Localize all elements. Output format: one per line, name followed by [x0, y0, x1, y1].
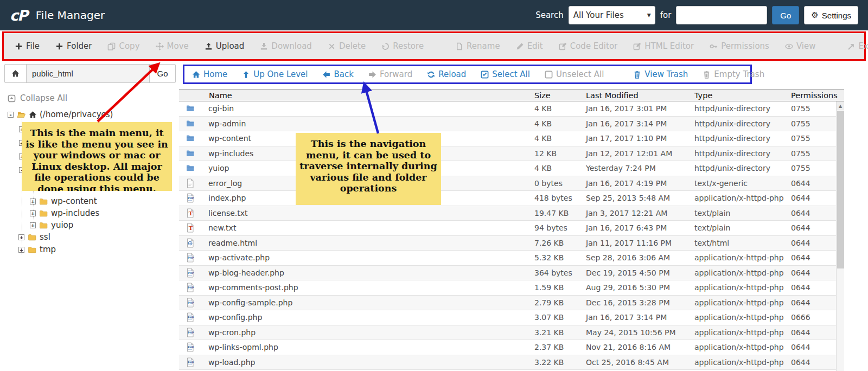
table-row-wp-load-php[interactable]: PHPwp-load.php3.22 KBOct 25, 2016 8:45 A… — [179, 355, 844, 370]
tree-item-label: wp-includes — [51, 208, 99, 218]
cell-last-modified: May 24, 2015 10:56 PM — [586, 328, 694, 337]
header-search-area: Search All Your Files ▼ for Go ⚙ Setting… — [535, 6, 858, 24]
cell-name: PHPwp-config.php — [179, 312, 534, 322]
rename-icon — [455, 42, 463, 50]
toolbar-item-label: Extract — [859, 41, 868, 51]
tree-item-ssl[interactable]: +ssl — [18, 232, 50, 242]
cell-type: text/x-generic — [694, 179, 791, 188]
trash-icon — [703, 71, 711, 79]
table-row-license-txt[interactable]: Tlicense.txt19.47 KBJan 3, 2017 12:21 AM… — [179, 206, 844, 221]
file-name: wp-admin — [208, 119, 246, 128]
tree-expand-toggle[interactable]: + — [30, 222, 36, 228]
toolbar-item-upload[interactable]: Upload — [205, 41, 245, 51]
toolbar-item-move: Move — [156, 41, 189, 51]
table-row-wp-activate-php[interactable]: PHPwp-activate.php5.32 KBSep 28, 2016 3:… — [179, 251, 844, 266]
table-row-readme-html[interactable]: readme.html7.26 KBJan 11, 2017 11:16 PMt… — [179, 236, 844, 251]
scrollbar-up-icon[interactable]: ▲ — [837, 101, 844, 110]
toolbar-item-label: Copy — [119, 41, 139, 51]
table-row-wp-admin[interactable]: wp-admin4 KBJan 16, 2017 3:14 PMhttpd/un… — [179, 117, 844, 132]
tree-expand-toggle[interactable]: + — [30, 210, 36, 216]
app-header: cP File Manager Search All Your Files ▼ … — [0, 0, 868, 30]
search-go-button[interactable]: Go — [772, 6, 799, 24]
nav-item-home[interactable]: Home — [192, 69, 227, 79]
cell-permissions: 0644 — [791, 343, 835, 351]
table-row-wp-comments-post-php[interactable]: PHPwp-comments-post.php1.59 KBAug 29, 20… — [179, 280, 844, 296]
nav-item-label: Select All — [492, 69, 530, 79]
nav-item-view-trash[interactable]: View Trash — [633, 69, 688, 79]
tree-item-yuiop[interactable]: +yuiop — [30, 220, 73, 230]
svg-text:PHP: PHP — [188, 316, 194, 319]
nav-item-back[interactable]: Back — [322, 69, 353, 79]
cell-size: 3.21 KB — [534, 328, 586, 337]
tree-root-home[interactable]: -(/home/privacycs) — [8, 110, 113, 119]
cell-type: text/plain — [694, 209, 791, 218]
reload-icon — [427, 71, 435, 79]
column-header-type[interactable]: Type — [694, 91, 791, 100]
tree-expand-toggle[interactable]: + — [30, 199, 36, 204]
column-header-permissions[interactable]: Permissions — [791, 91, 835, 100]
tree-item-tmp[interactable]: +tmp — [18, 245, 56, 254]
table-row-wp-includes[interactable]: wp-includes12 KBJan 12, 2017 12:01 AMhtt… — [179, 146, 844, 162]
cell-permissions: 0644 — [791, 209, 835, 218]
tree-expand-toggle[interactable]: + — [18, 247, 24, 253]
cell-name: Tnew.txt — [179, 223, 534, 233]
table-row-wp-links-opml-php[interactable]: PHPwp-links-opml.php2.37 KBNov 21, 2016 … — [179, 340, 844, 355]
cell-size: 2.37 KB — [534, 343, 586, 351]
search-scope-select[interactable]: All Your Files ▼ — [569, 6, 655, 24]
table-row-index-php[interactable]: PHPindex.php418 bytesSep 25, 2013 5:48 A… — [179, 191, 844, 206]
navigation-menu: HomeUp One LevelBackForwardReloadSelect … — [183, 65, 752, 84]
nav-item-up-one-level[interactable]: Up One Level — [242, 69, 308, 79]
cell-type: application/x-httpd-php — [694, 313, 791, 322]
table-row-wp-config-php[interactable]: PHPwp-config.php3.07 KBJan 16, 2017 3:14… — [179, 310, 844, 325]
toolbar-item-permissions: Permissions — [710, 41, 769, 51]
cell-type: application/x-httpd-php — [694, 328, 791, 337]
nav-item-forward: Forward — [368, 69, 412, 79]
scrollbar-thumb[interactable] — [837, 111, 844, 268]
tree-expand-toggle[interactable]: + — [18, 234, 24, 240]
path-input[interactable] — [26, 64, 150, 83]
column-header-size[interactable]: Size — [534, 91, 586, 100]
tree-item-wp-content[interactable]: +wp-content — [30, 196, 97, 206]
path-home-button[interactable] — [4, 64, 26, 83]
file-name: wp-comments-post.php — [208, 283, 298, 292]
cell-permissions: 0644 — [791, 283, 835, 292]
nav-item-reload[interactable]: Reload — [427, 69, 466, 79]
table-row-error-log[interactable]: error_log0 bytesJan 16, 2017 4:19 PMtext… — [179, 176, 844, 191]
collapse-all-button[interactable]: Collapse All — [8, 93, 67, 103]
svg-text:PHP: PHP — [188, 256, 194, 259]
txt-icon: T — [186, 223, 195, 233]
search-input[interactable] — [676, 6, 767, 24]
forward-arrow-icon — [368, 71, 376, 79]
nav-menu-note: This is the navigation menu, it can be u… — [296, 133, 441, 205]
path-go-button[interactable]: Go — [150, 64, 176, 83]
table-row-wp-blog-header-php[interactable]: PHPwp-blog-header.php364 bytesDec 19, 20… — [179, 266, 844, 281]
cell-last-modified: Jan 16, 2017 4:19 PM — [586, 179, 694, 188]
toolbar-item-file[interactable]: File — [15, 41, 40, 51]
table-scrollbar[interactable]: ▲ — [836, 101, 844, 371]
cell-permissions: 0755 — [791, 164, 835, 172]
cell-size: 94 bytes — [534, 223, 586, 232]
nav-item-select-all[interactable]: Select All — [481, 69, 530, 79]
cell-name: PHPwp-blog-header.php — [179, 268, 534, 278]
folder-yellow-icon — [39, 209, 48, 218]
gear-icon: ⚙ — [811, 10, 818, 20]
table-row-wp-cron-php[interactable]: PHPwp-cron.php3.21 KBMay 24, 2015 10:56 … — [179, 325, 844, 341]
table-row-yuiop[interactable]: yuiop4 KBYesterday 7:24 PMhttpd/unix-dir… — [179, 161, 844, 176]
cell-type: application/x-httpd-php — [694, 253, 791, 262]
table-row-wp-config-sample-php[interactable]: PHPwp-config-sample.php2.79 KBDec 16, 20… — [179, 296, 844, 311]
cell-permissions: 0755 — [791, 134, 835, 143]
column-header-name[interactable]: Name — [179, 91, 534, 100]
file-name: wp-config.php — [208, 313, 262, 322]
tree-collapse-toggle[interactable]: - — [8, 112, 14, 118]
toolbar-item-folder[interactable]: Folder — [55, 41, 92, 51]
tree-item-wp-includes[interactable]: +wp-includes — [30, 208, 99, 218]
toolbar-item-label: Restore — [393, 41, 424, 51]
home-icon — [192, 71, 200, 79]
file-name: wp-includes — [208, 149, 253, 158]
table-row-wp-content[interactable]: wp-content4 KBJan 17, 2017 1:10 PMhttpd/… — [179, 131, 844, 146]
svg-text:PHP: PHP — [188, 346, 194, 349]
settings-button[interactable]: ⚙ Settings — [804, 6, 858, 24]
column-header-last-modified[interactable]: Last Modified — [586, 91, 694, 100]
table-row-new-txt[interactable]: Tnew.txt94 bytesJan 16, 2017 6:43 PMtext… — [179, 221, 844, 236]
table-row-cgi-bin[interactable]: cgi-bin4 KBJan 16, 2017 3:01 PMhttpd/uni… — [179, 101, 844, 117]
